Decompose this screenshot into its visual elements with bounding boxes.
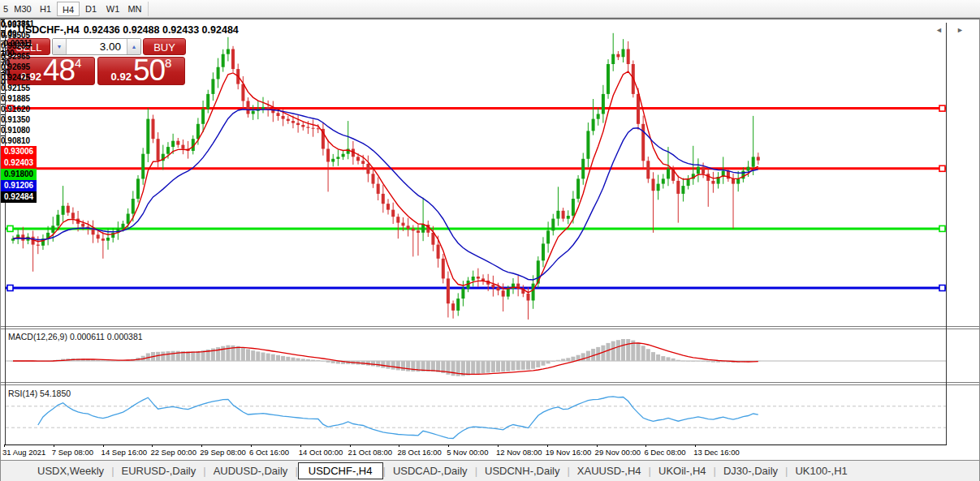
date-axis-tick [201, 444, 202, 447]
timeframe-button-w1[interactable]: W1 [102, 2, 123, 16]
date-axis-tick [448, 444, 449, 447]
date-axis-tick [547, 444, 548, 447]
date-axis-tick [399, 444, 399, 447]
timeframe-button-h4[interactable]: H4 [57, 2, 80, 16]
sell-price-sup: 4 [75, 58, 81, 68]
chart-tab-usdx-weekly[interactable]: USDX,Weekly [30, 463, 111, 479]
chart-tab-xauusd-h4[interactable]: XAUUSD-,H4 [570, 463, 649, 479]
macd-axis-label: 0.00 [1, 29, 35, 39]
macd-label: MACD(12,26,9) 0.000611 0.000381 [8, 332, 143, 341]
macd-axis-label: -0.00311 [1, 39, 35, 49]
chart-tab-audusd-daily[interactable]: AUDUSD-,Daily [206, 463, 296, 479]
rsi-axis-label: 100 [1, 49, 35, 58]
date-axis-tick [350, 444, 351, 447]
date-axis-tick [498, 444, 499, 447]
buy-price-prefix: 0.92 [111, 71, 132, 83]
volume-input[interactable]: 3.00 [67, 39, 127, 54]
price-axis-label: 0.91885 [1, 94, 33, 104]
indicator-axis: 0.0038110.00-0.0031110070300 [1, 19, 35, 88]
date-axis-tick [4, 444, 5, 447]
date-axis-tick [695, 444, 696, 447]
volume-spinner: ▼ 3.00 ▲ [52, 38, 141, 55]
timeframe-button-5[interactable]: 5 [2, 2, 10, 16]
chart-window: ▲ USDCHF-,H4 0.92436 0.92488 0.92433 0.9… [0, 18, 980, 481]
timeframe-button-m30[interactable]: M30 [11, 2, 34, 16]
rsi-line [38, 397, 758, 439]
price-axis-label: 0.91620 [1, 105, 33, 114]
price-axis-label: 0.91080 [1, 126, 33, 135]
macd-axis-label: 0.003811 [1, 19, 35, 29]
date-axis-label: 29 Sep 08:00 [200, 448, 246, 457]
volume-increase-icon[interactable]: ▲ [127, 39, 140, 54]
chart-tab-uk100-h1[interactable]: UK100-,H1 [788, 463, 854, 479]
date-axis-label: 12 Nov 08:00 [496, 448, 542, 457]
rsi-label: RSI(14) 54.1850 [8, 389, 71, 398]
moving-averages [13, 71, 758, 293]
timeframe-button-h1[interactable]: H1 [36, 2, 55, 16]
date-axis-label: 31 Aug 2021 [2, 448, 45, 457]
price-badge-hline: 0.92403 [1, 157, 37, 169]
date-axis-tick [54, 444, 54, 447]
chart-ohlc-values: 0.92436 0.92488 0.92433 0.92484 [84, 24, 239, 36]
date-axis[interactable]: 31 Aug 20217 Sep 08:0014 Sep 16:0022 Sep… [1, 445, 945, 460]
plot-right-border [946, 23, 947, 444]
price-badge-hline: 0.91800 [1, 169, 37, 180]
date-axis-label: 19 Nov 16:00 [546, 448, 592, 457]
chart-tab-bar: USDX,Weekly|EURUSD-,Daily|AUDUSD-,Daily|… [1, 460, 979, 481]
rsi-axis-label: 0 [1, 78, 35, 88]
price-axis-label: 0.91350 [1, 115, 33, 125]
tabs-scroll-left-icon[interactable]: ◄ [935, 26, 943, 34]
rsi-axis-label: 30 [1, 68, 35, 78]
macd-indicator-canvas[interactable] [6, 329, 946, 382]
date-axis-label: 14 Sep 16:00 [101, 448, 148, 457]
rsi-axis-label: 70 [1, 58, 35, 68]
date-axis-label: 22 Sep 00:00 [150, 448, 196, 457]
buy-price-big: 50 [133, 58, 165, 83]
price-axis-label: 0.90810 [1, 136, 33, 146]
date-axis-label: 7 Sep 08:00 [52, 448, 93, 457]
timeframe-button-mn[interactable]: MN [123, 2, 146, 16]
date-axis-tick [597, 444, 598, 447]
chart-tab-usdcnh-daily[interactable]: USDCNH-,Daily [477, 463, 567, 479]
date-axis-label: 6 Oct 16:00 [249, 448, 289, 457]
buy-price-sup: 8 [165, 58, 171, 68]
date-axis-label: 28 Oct 16:00 [397, 448, 441, 457]
chart-tab-ukoil-h4[interactable]: UKOil-,H4 [651, 463, 714, 479]
timeframe-toolbar: 5M30H1H4D1W1MN [0, 0, 980, 18]
chart-tab-dj30-daily[interactable]: DJ30-,Daily [716, 463, 785, 479]
date-axis-tick [300, 444, 301, 447]
chart-title: ▲ USDCHF-,H4 0.92436 0.92488 0.92433 0.9… [7, 24, 239, 36]
timeframe-button-d1[interactable]: D1 [81, 2, 101, 16]
date-axis-label: 21 Oct 08:00 [348, 448, 392, 457]
date-axis-label: 6 Dec 08:00 [644, 448, 685, 457]
toolbar-separator [148, 2, 149, 16]
rsi-indicator-canvas[interactable] [6, 385, 946, 444]
buy-button[interactable]: BUY [143, 38, 186, 55]
chart-tab-usdcad-daily[interactable]: USDCAD-,Daily [386, 463, 475, 479]
chart-tab-eurusd-daily[interactable]: EURUSD-,Daily [114, 463, 204, 479]
buy-price-box[interactable]: 0.92 50 8 [97, 57, 185, 85]
tabs-scroll-right-icon[interactable]: ► [956, 26, 964, 34]
date-axis-tick [251, 444, 252, 447]
date-axis-tick [103, 444, 104, 447]
price-badge-hline: 0.93006 [1, 146, 37, 157]
volume-decrease-icon[interactable]: ▼ [53, 39, 67, 54]
date-axis-tick [152, 444, 153, 447]
sell-price-big: 48 [43, 58, 75, 83]
date-axis-tick [645, 444, 646, 447]
date-axis-label: 29 Nov 00:00 [595, 448, 641, 457]
date-axis-label: 14 Oct 00:00 [299, 448, 343, 457]
date-axis-label: 13 Dec 16:00 [693, 448, 740, 457]
chart-tab-usdchf-h4[interactable]: USDCHF-,H4 [298, 462, 383, 479]
date-axis-label: 5 Nov 00:00 [447, 448, 488, 457]
price-badge-current: 0.92484 [1, 191, 37, 203]
price-badge-hline: 0.91206 [1, 180, 37, 191]
